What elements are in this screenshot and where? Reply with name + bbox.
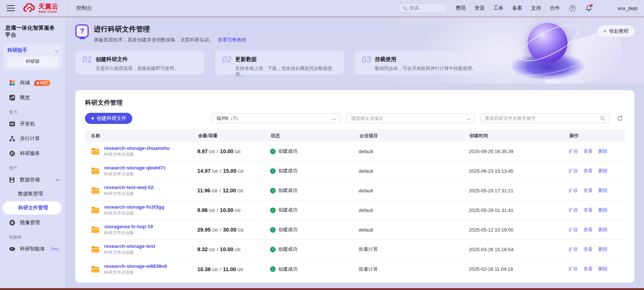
view-action-link[interactable]: 查看 <box>583 168 593 174</box>
step-description: 无需关心底层实现，直接创建即可使用。 <box>96 65 179 72</box>
notification-bell-icon[interactable] <box>585 4 592 12</box>
status-success-icon <box>270 168 276 174</box>
expand-action-link[interactable]: 扩容 <box>569 148 578 155</box>
storage-name-link[interactable]: research-storage-qkwld7z <box>104 165 166 171</box>
full-tutorial-link[interactable]: 查看完整教程 <box>218 37 246 43</box>
nav-item-billing[interactable]: 费用 <box>456 5 466 11</box>
storage-name-link[interactable]: research-test-wwj-52 <box>104 185 154 190</box>
sidebar-item-label: 数据存储 <box>20 176 40 183</box>
storage-edition-label: 科研文件企业版 <box>104 152 170 157</box>
nav-item-support[interactable]: 支持 <box>531 5 541 11</box>
view-action-link[interactable]: 查看 <box>583 227 593 233</box>
research-service-icon <box>9 150 16 157</box>
delete-action-link[interactable]: 删除 <box>598 168 607 174</box>
user-account-menu[interactable]: esx_dept <box>618 6 637 11</box>
app-root: 天翼云 State Cloud 控制台 费用 资源 工单 备案 支持 合作 <box>0 0 644 290</box>
expand-action-link[interactable]: 扩容 <box>569 266 578 272</box>
status-label: 创建成功 <box>278 187 297 194</box>
storage-disk-icon <box>9 176 16 183</box>
cloud-logo-icon <box>23 3 35 13</box>
sidebar-item-overview[interactable]: 概览 <box>0 90 65 105</box>
status-label: 创建成功 <box>278 207 297 213</box>
delete-action-link[interactable]: 删除 <box>598 188 607 194</box>
file-search-input[interactable] <box>485 116 600 121</box>
delete-action-link[interactable]: 删除 <box>598 227 607 233</box>
step-card-3: 03 挂载使用 数据同步后，可在开发机和并行计算中挂载使用。 <box>355 51 484 74</box>
project-placeholder: 请选择企业项目 <box>351 115 384 122</box>
project-cell: default <box>359 227 469 233</box>
sidebar-subitem-research-file-management[interactable]: 科研文件管理 <box>3 201 62 215</box>
create-button-label: 创建科研文件 <box>96 115 126 122</box>
storage-name-link[interactable]: storagerea-fz-lvqi-19 <box>104 224 153 229</box>
region-select[interactable]: 福州6（7） <box>212 114 340 123</box>
create-research-file-button[interactable]: 创建科研文件 <box>85 113 132 124</box>
capacity-used: 14.97 <box>197 168 211 174</box>
view-action-link[interactable]: 查看 <box>583 207 593 213</box>
capacity-total: 30.00 <box>223 227 236 233</box>
column-header-status: 状态 <box>270 133 359 139</box>
expand-action-link[interactable]: 扩容 <box>569 207 578 213</box>
created-time-cell: 2025-05-29 17:31:21 <box>469 188 569 193</box>
expand-action-link[interactable]: 扩容 <box>569 168 578 174</box>
brand-logo[interactable]: 天翼云 State Cloud <box>23 3 58 13</box>
capacity-total: 10.00 <box>220 246 233 252</box>
delete-action-link[interactable]: 删除 <box>598 207 607 213</box>
expand-action-link[interactable]: 扩容 <box>569 188 578 194</box>
file-search[interactable] <box>481 114 609 123</box>
storage-name-link[interactable]: research-storage-w8838o6 <box>104 263 167 269</box>
collapse-tutorial-button[interactable]: 收起教程 <box>598 25 634 37</box>
nav-item-resources[interactable]: 资源 <box>474 5 484 11</box>
delete-action-link[interactable]: 删除 <box>598 148 607 155</box>
delete-action-link[interactable]: 删除 <box>598 246 607 253</box>
view-action-link[interactable]: 查看 <box>583 148 593 155</box>
view-action-link[interactable]: 查看 <box>583 246 593 253</box>
storage-name-link[interactable]: research-storage-test <box>104 243 155 249</box>
nav-item-partner[interactable]: 合作 <box>550 5 560 11</box>
topbar-search-input[interactable] <box>409 6 443 11</box>
actions-cell: 扩容查看删除 <box>569 246 625 253</box>
view-action-link[interactable]: 查看 <box>583 188 593 194</box>
edition-label[interactable]: 科研版 <box>7 57 58 67</box>
illustration-ring <box>508 45 585 80</box>
capacity-unit: GB <box>235 149 241 154</box>
sidebar-subitem-dataset-management[interactable]: 数据集管理 <box>0 187 65 200</box>
topbar-search[interactable] <box>399 3 447 13</box>
console-label[interactable]: 控制台 <box>76 5 92 11</box>
sidebar-item-dev-machine[interactable]: 开发机 <box>0 117 65 131</box>
code-window-icon <box>9 121 16 127</box>
sidebar-item-mall[interactable]: 商城 HOT <box>0 75 65 90</box>
created-time-cell: 2025-06-23 15:13:45 <box>469 168 569 174</box>
expand-action-link[interactable]: 扩容 <box>569 246 578 253</box>
sidebar-item-research-service[interactable]: 科研服务 <box>0 146 65 161</box>
sidebar-item-research-agent[interactable]: 科研智能体 Beta <box>0 242 65 256</box>
capacity-unit: GB <box>235 208 241 213</box>
sidebar-item-data-storage[interactable]: 数据存储 <box>0 172 65 187</box>
step-card-1: 01 创建科研文件 无需关心底层实现，直接创建即可使用。 <box>75 51 204 74</box>
capacity-separator: / <box>220 168 221 174</box>
sidebar-item-label: 科研服务 <box>20 150 40 157</box>
sidebar-item-parallel-compute[interactable]: 并行计算 <box>0 131 65 146</box>
delete-action-link[interactable]: 删除 <box>598 266 607 272</box>
storage-edition-label: 科研文件企业版 <box>104 191 154 196</box>
product-switcher[interactable]: 科研助手 科研版 <box>4 44 62 70</box>
step-number: 01 <box>82 55 92 70</box>
storage-name-link[interactable]: research-storage-fn3f3gg <box>104 204 164 210</box>
refresh-button[interactable] <box>615 114 625 123</box>
expand-action-link[interactable]: 扩容 <box>569 227 578 233</box>
storage-name-link[interactable]: research-storage-zhuanshu <box>104 145 170 151</box>
nav-item-tickets[interactable]: 工单 <box>493 5 503 11</box>
help-icon[interactable]: ? <box>569 4 576 12</box>
project-select[interactable]: 请选择企业项目 <box>346 114 475 123</box>
agent-icon <box>9 246 16 252</box>
storage-edition-label: 科研文件企业版 <box>104 230 153 236</box>
status-cell: 创建成功 <box>270 226 359 233</box>
sidebar-item-image-management[interactable]: 镜像管理 <box>0 215 65 230</box>
sidebar-item-label: 并行计算 <box>20 135 40 142</box>
view-action-link[interactable]: 查看 <box>583 266 593 272</box>
capacity-cell: 9.32GB/10.00GB <box>197 246 270 252</box>
nav-item-filing[interactable]: 备案 <box>512 5 522 11</box>
hamburger-menu-icon[interactable] <box>7 5 15 11</box>
capacity-used: 11.96 <box>197 188 211 193</box>
column-header-capacity: 余量/容量 <box>197 133 270 139</box>
folder-icon <box>91 266 100 273</box>
